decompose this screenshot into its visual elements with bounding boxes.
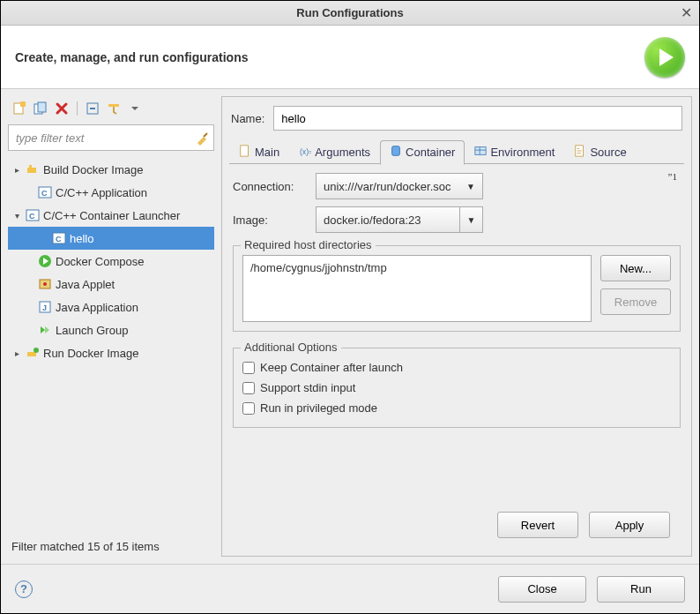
svg-rect-23	[392, 146, 400, 156]
tree-row[interactable]: JJava Application	[8, 296, 214, 318]
main-tab-icon	[239, 145, 251, 160]
svg-text:C: C	[29, 212, 35, 221]
option-priv-checkbox[interactable]	[242, 402, 255, 415]
header-description: Create, manage, and run configurations	[15, 50, 249, 64]
collapse-all-icon[interactable]	[85, 101, 101, 116]
tree-row[interactable]: Docker Compose	[8, 250, 214, 273]
duplicate-config-icon[interactable]	[33, 101, 48, 116]
tree-row[interactable]: ▸Run Docker Image	[8, 341, 214, 364]
source-tab-icon	[574, 145, 586, 160]
tab-source[interactable]: Source	[564, 140, 636, 164]
quote-indicator: ”1	[668, 171, 677, 182]
clear-filter-icon[interactable]	[195, 130, 209, 146]
toolbar-menu-icon[interactable]	[127, 101, 143, 116]
new-config-icon[interactable]	[11, 101, 27, 116]
option-label: Keep Container after launch	[260, 361, 403, 374]
chevron-down-icon: ▼	[466, 182, 475, 191]
option-stdin[interactable]: Support stdin input	[242, 378, 671, 398]
svg-point-20	[34, 348, 39, 353]
connection-label: Connection:	[233, 180, 307, 193]
tab-bar: Main(x)=ArgumentsContainerEnvironmentSou…	[222, 138, 691, 164]
connection-row: Connection: unix:///var/run/docker.soc ▼	[233, 173, 681, 199]
svg-point-16	[43, 282, 47, 286]
arguments-tab-icon: (x)=	[299, 145, 311, 160]
tree-item-label: Build Docker Image	[43, 163, 143, 176]
option-keep[interactable]: Keep Container after launch	[242, 357, 671, 378]
c-app-icon: C	[26, 208, 40, 222]
run-configurations-window: Run Configurations ✕ Create, manage, and…	[0, 0, 700, 614]
required-dirs-list[interactable]: /home/cygnus/jjohnstn/tmp	[242, 255, 592, 322]
connection-value: unix:///var/run/docker.soc	[324, 180, 451, 193]
image-combo[interactable]: docker.io/fedora:23 ▼	[316, 206, 483, 233]
tree-item-label: Launch Group	[56, 324, 128, 337]
revert-button[interactable]: Revert	[497, 512, 578, 538]
tree-item-label: C/C++ Application	[56, 186, 147, 199]
close-icon[interactable]: ✕	[681, 4, 692, 21]
filter-config-icon[interactable]	[106, 101, 122, 116]
footer-bar: ? Close Run	[1, 564, 699, 613]
titlebar: Run Configurations ✕	[1, 1, 699, 26]
delete-config-icon[interactable]	[54, 101, 70, 116]
tree-row[interactable]: ▾CC/C++ Container Launcher	[8, 204, 214, 227]
tab-label: Container	[406, 146, 455, 159]
tree-caret-icon[interactable]: ▾	[11, 211, 22, 221]
configurations-tree[interactable]: ▸Build Docker ImageCC/C++ Application▾CC…	[8, 154, 214, 536]
tree-item-label: Java Applet	[56, 278, 115, 291]
filter-input[interactable]	[8, 124, 214, 151]
tree-caret-icon[interactable]: ▸	[11, 165, 22, 175]
tab-label: Main	[255, 146, 279, 159]
tree-caret-icon[interactable]: ▸	[11, 348, 22, 358]
new-dir-button[interactable]: New...	[600, 255, 671, 281]
window-title: Run Configurations	[296, 6, 403, 19]
name-label: Name:	[231, 112, 264, 125]
tree-item-label: Docker Compose	[56, 255, 144, 268]
option-priv[interactable]: Run in privileged mode	[242, 398, 671, 418]
java-applet-icon	[38, 277, 52, 291]
svg-text:(x)=: (x)=	[300, 147, 311, 156]
tab-main[interactable]: Main	[229, 140, 289, 164]
chevron-down-icon[interactable]: ▼	[459, 207, 482, 232]
svg-text:J: J	[42, 303, 47, 312]
tree-row[interactable]: ▸Build Docker Image	[8, 158, 214, 181]
required-dirs-legend: Required host directories	[241, 238, 376, 251]
run-glyph-icon	[644, 37, 685, 78]
tab-environment[interactable]: Environment	[465, 140, 564, 164]
option-stdin-checkbox[interactable]	[242, 382, 255, 394]
close-button[interactable]: Close	[498, 576, 586, 603]
tree-row[interactable]: Launch Group	[8, 318, 214, 341]
help-icon[interactable]: ?	[15, 580, 33, 598]
svg-rect-7	[29, 165, 32, 168]
tree-row[interactable]: Chello	[8, 227, 214, 250]
panel-buttons: Revert Apply	[233, 503, 681, 547]
c-app-icon: C	[38, 185, 52, 199]
name-row: Name:	[222, 97, 691, 138]
run-button[interactable]: Run	[597, 576, 685, 603]
tree-item-label: C/C++ Container Launcher	[43, 209, 180, 222]
option-keep-checkbox[interactable]	[242, 362, 255, 374]
remove-dir-button[interactable]: Remove	[600, 288, 671, 315]
container-tab-icon	[390, 145, 402, 160]
environment-tab-icon	[474, 145, 487, 160]
java-app-icon: J	[38, 300, 52, 314]
svg-rect-19	[27, 352, 36, 356]
svg-text:C: C	[41, 189, 48, 198]
tab-label: Source	[590, 146, 626, 159]
tree-row[interactable]: Java Applet	[8, 273, 214, 296]
tree-row[interactable]: CC/C++ Application	[8, 181, 214, 204]
option-label: Support stdin input	[260, 381, 355, 394]
tab-arguments[interactable]: (x)=Arguments	[289, 140, 380, 164]
launch-group-icon	[38, 323, 52, 337]
svg-rect-6	[27, 168, 36, 173]
image-row: Image: docker.io/fedora:23 ▼	[233, 206, 681, 233]
tree-item-label: Run Docker Image	[43, 347, 138, 360]
main-panel: Name: Main(x)=ArgumentsContainerEnvironm…	[221, 96, 692, 557]
header-bar: Create, manage, and run configurations	[1, 26, 699, 89]
tab-container[interactable]: Container	[380, 140, 465, 165]
svg-rect-21	[241, 146, 249, 156]
connection-combo[interactable]: unix:///var/run/docker.soc ▼	[316, 173, 483, 199]
name-input[interactable]	[273, 106, 682, 131]
dir-list-item[interactable]: /home/cygnus/jjohnstn/tmp	[250, 261, 584, 274]
apply-button[interactable]: Apply	[589, 512, 670, 538]
required-dirs-fieldset: Required host directories /home/cygnus/j…	[233, 245, 681, 332]
image-value: docker.io/fedora:23	[316, 213, 459, 227]
